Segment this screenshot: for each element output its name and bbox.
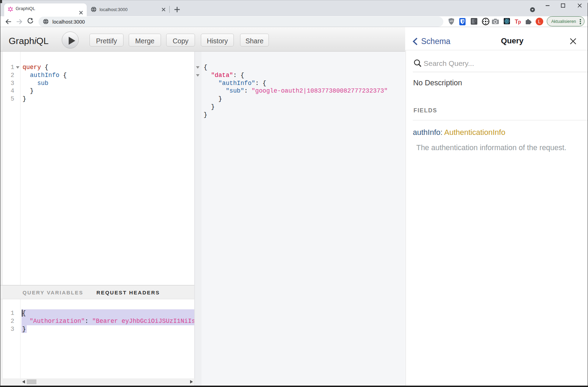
svg-text:uO: uO [450,20,453,22]
